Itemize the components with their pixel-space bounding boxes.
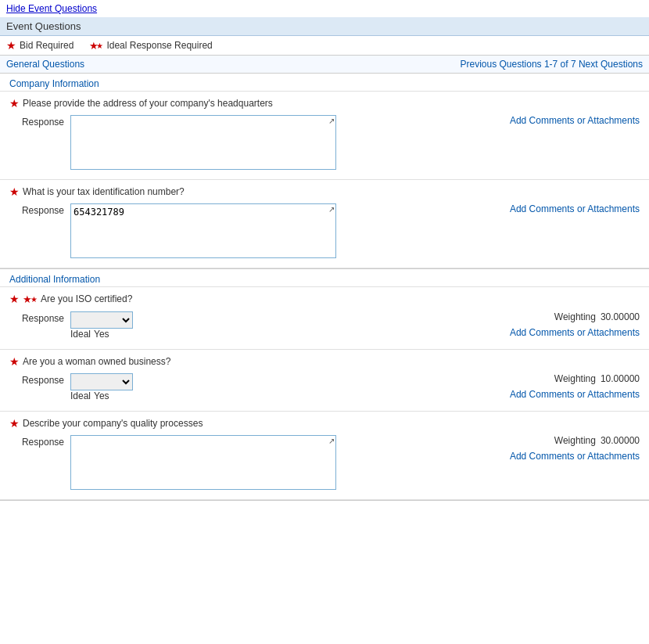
weighting-value-q5: 30.00000: [601, 435, 640, 446]
add-comments-link-q5[interactable]: Add Comments or Attachments: [483, 449, 640, 462]
response-area-q1: Response ↗ Add Comments or Attachments: [9, 115, 640, 170]
weighting-label-q5: Weighting: [554, 435, 596, 446]
textarea-wrapper-q1: ↗: [70, 115, 336, 170]
previous-questions-link[interactable]: Previous Questions: [461, 59, 542, 70]
question-title-q3: ★ ★★ Are you ISO certified?: [9, 293, 640, 305]
response-row-q5: Response ↗: [9, 435, 483, 490]
category-label-company: Company Information: [9, 78, 99, 89]
ideal-value-q4: Yes: [94, 390, 109, 401]
section-category-company: Company Information: [0, 74, 649, 92]
sections-container: Company Information ★ Please provide the…: [0, 74, 649, 501]
response-label-q2: Response: [9, 203, 64, 216]
general-questions-bar: General Questions Previous Questions 1-7…: [0, 56, 649, 74]
question-title-q2: ★ What is your tax identification number…: [9, 186, 640, 197]
response-right-q2: Add Comments or Attachments: [483, 203, 640, 214]
response-textarea-q2[interactable]: 654321789: [70, 203, 336, 258]
required-icon-q3: ★: [9, 293, 20, 304]
hide-event-questions-link[interactable]: Hide Event Questions: [0, 0, 649, 17]
question-text-q4: Are you a woman owned business?: [23, 356, 170, 367]
ideal-row-q4: Ideal Yes: [9, 390, 483, 401]
question-block-q2: ★ What is your tax identification number…: [0, 180, 649, 268]
response-left-q5: Response ↗: [9, 435, 483, 490]
add-comments-link-q3[interactable]: Add Comments or Attachments: [483, 326, 640, 338]
response-row-q3: Response Yes No: [9, 311, 483, 329]
weighting-q5: Weighting 30.00000: [483, 435, 640, 446]
ideal-response-icon: ★★: [89, 40, 103, 52]
response-row-q1: Response ↗: [9, 115, 483, 170]
response-row-q2: Response 654321789 ↗: [9, 203, 483, 258]
question-text-q1: Please provide the address of your compa…: [23, 98, 273, 109]
weighting-q4: Weighting 10.00000: [483, 373, 640, 384]
response-right-q3: Weighting 30.00000 Add Comments or Attac…: [483, 311, 640, 338]
bid-required-legend: ★ Bid Required: [6, 39, 74, 52]
add-comments-link-q1[interactable]: Add Comments or Attachments: [510, 113, 640, 126]
response-area-q5: Response ↗ Weighting 30.00000 Add Commen…: [9, 435, 640, 490]
expand-icon-q5[interactable]: ↗: [328, 437, 335, 445]
required-icon-q2: ★: [9, 186, 20, 197]
question-text-q3: Are you ISO certified?: [41, 293, 132, 304]
ideal-required-icon-q3: ★★: [23, 293, 38, 305]
response-select-q4[interactable]: Yes No: [70, 373, 133, 390]
response-area-q2: Response 654321789 ↗ Add Comments or Att…: [9, 203, 640, 258]
add-comments-link-q2[interactable]: Add Comments or Attachments: [510, 202, 640, 214]
response-row-q4: Response Yes No: [9, 373, 483, 390]
bid-required-star-icon: ★: [6, 39, 16, 52]
question-block-q4: ★ Are you a woman owned business? Respon…: [0, 350, 649, 412]
response-label-q5: Response: [9, 435, 64, 448]
response-textarea-q1[interactable]: [70, 115, 336, 170]
ideal-value-q3: Yes: [94, 329, 109, 340]
response-left-q3: Response Yes No Ideal Yes: [9, 311, 483, 340]
required-icon-q5: ★: [9, 418, 20, 429]
next-questions-link[interactable]: Next Questions: [579, 59, 643, 70]
response-select-q3[interactable]: Yes No: [70, 311, 133, 329]
ideal-response-label: Ideal Response Required: [106, 40, 212, 51]
weighting-q3: Weighting 30.00000: [483, 311, 640, 322]
response-right-q5: Weighting 30.00000 Add Comments or Attac…: [483, 435, 640, 462]
question-text-q2: What is your tax identification number?: [23, 186, 185, 197]
hide-event-questions-label: Hide Event Questions: [6, 3, 97, 14]
weighting-value-q3: 30.00000: [601, 311, 640, 322]
response-textarea-q5[interactable]: [70, 435, 336, 490]
question-title-q5: ★ Describe your company's quality proces…: [9, 418, 640, 429]
question-text-q5: Describe your company's quality processe…: [23, 418, 203, 429]
section-company-information: Company Information ★ Please provide the…: [0, 74, 649, 269]
required-icon-q1: ★: [9, 98, 20, 109]
event-questions-title: Event Questions: [6, 20, 81, 32]
response-right-q1: Add Comments or Attachments: [483, 115, 640, 126]
textarea-wrapper-q2: 654321789 ↗: [70, 203, 336, 258]
expand-icon-q2[interactable]: ↗: [328, 205, 335, 214]
bid-required-label: Bid Required: [20, 40, 74, 51]
expand-icon-q1[interactable]: ↗: [328, 117, 335, 125]
general-questions-label: General Questions: [6, 59, 84, 70]
ideal-row-q3: Ideal Yes: [9, 329, 483, 340]
question-block-q3: ★ ★★ Are you ISO certified? Response Yes…: [0, 287, 649, 350]
section-additional-information: Additional Information ★ ★★ Are you ISO …: [0, 269, 649, 501]
response-left-q2: Response 654321789 ↗: [9, 203, 483, 258]
response-area-q4: Response Yes No Ideal Yes Weighti: [9, 373, 640, 401]
weighting-value-q4: 10.00000: [601, 373, 640, 384]
question-title-q4: ★ Are you a woman owned business?: [9, 356, 640, 367]
pagination: Previous Questions 1-7 of 7 Next Questio…: [461, 59, 643, 70]
ideal-label-q4: Ideal: [70, 390, 91, 401]
ideal-label-q3: Ideal: [70, 329, 91, 340]
ideal-response-legend: ★★ Ideal Response Required: [89, 40, 212, 52]
weighting-label-q3: Weighting: [554, 311, 596, 322]
response-label-q4: Response: [9, 373, 64, 386]
response-area-q3: Response Yes No Ideal Yes Weighti: [9, 311, 640, 340]
add-comments-link-q4[interactable]: Add Comments or Attachments: [483, 387, 640, 400]
required-icon-q4: ★: [9, 356, 20, 367]
response-left-q4: Response Yes No Ideal Yes: [9, 373, 483, 401]
weighting-label-q4: Weighting: [554, 373, 596, 384]
textarea-wrapper-q5: ↗: [70, 435, 336, 490]
category-label-additional: Additional Information: [9, 274, 100, 285]
response-label-q3: Response: [9, 311, 64, 324]
section-category-additional: Additional Information: [0, 269, 649, 287]
event-questions-header: Event Questions: [0, 17, 649, 36]
response-label-q1: Response: [9, 115, 64, 128]
response-left-q1: Response ↗: [9, 115, 483, 170]
response-right-q4: Weighting 10.00000 Add Comments or Attac…: [483, 373, 640, 400]
pagination-range: 1-7 of 7: [544, 59, 579, 70]
question-block-q1: ★ Please provide the address of your com…: [0, 92, 649, 180]
legend-bar: ★ Bid Required ★★ Ideal Response Require…: [0, 36, 649, 56]
question-title-q1: ★ Please provide the address of your com…: [9, 98, 640, 109]
